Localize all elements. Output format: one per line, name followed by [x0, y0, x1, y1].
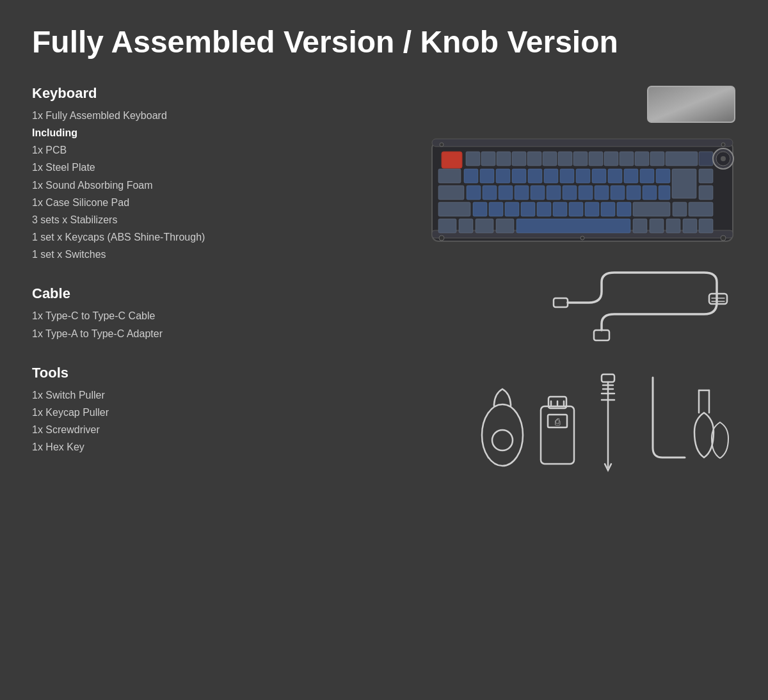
svg-rect-55: [473, 202, 487, 216]
svg-rect-4: [442, 152, 462, 168]
svg-rect-6: [481, 152, 495, 166]
svg-rect-65: [633, 202, 670, 216]
svg-rect-86: [709, 294, 727, 304]
svg-rect-53: [699, 186, 713, 200]
svg-rect-12: [573, 152, 588, 166]
svg-rect-38: [699, 169, 713, 183]
svg-rect-75: [666, 219, 680, 233]
svg-rect-76: [683, 219, 697, 233]
svg-rect-29: [544, 169, 558, 183]
svg-rect-45: [547, 186, 561, 200]
keyboard-item-5: 1x Case Silicone Pad: [32, 194, 288, 211]
svg-rect-71: [496, 219, 514, 233]
svg-rect-73: [633, 219, 647, 233]
main-container: Fully Assembled Version / Knob Version K…: [0, 0, 768, 505]
cable-item-1: 1x Type-A to Type-C Adapter: [32, 325, 288, 342]
svg-rect-16: [635, 152, 649, 166]
svg-rect-40: [467, 186, 481, 200]
svg-rect-72: [516, 219, 630, 233]
svg-rect-32: [592, 169, 606, 183]
keyboard-illustration: [429, 129, 736, 250]
svg-text:⎙: ⎙: [555, 417, 561, 427]
svg-rect-8: [512, 152, 526, 166]
svg-rect-9: [527, 152, 541, 166]
keyboard-item-7: 1 set x Keycaps (ABS Shine-Through): [32, 228, 288, 246]
svg-rect-35: [640, 169, 654, 183]
tools-item-1: 1x Keycap Puller: [32, 404, 288, 421]
svg-rect-69: [459, 219, 473, 233]
svg-rect-74: [650, 219, 664, 233]
svg-rect-42: [499, 186, 513, 200]
svg-point-22: [721, 156, 726, 161]
tools-heading: Tools: [32, 365, 288, 381]
keyboard-item-0: 1x Fully Assembled Keyboard: [32, 107, 288, 124]
svg-rect-15: [620, 152, 634, 166]
cable-section: Cable 1x Type-C to Type-C Cable 1x Type-…: [32, 285, 288, 342]
svg-rect-66: [673, 202, 687, 216]
right-column: ⎙: [301, 85, 736, 479]
svg-rect-51: [643, 186, 657, 200]
cable-illustration: [550, 269, 730, 349]
keyboard-heading: Keyboard: [32, 85, 288, 102]
svg-rect-48: [595, 186, 609, 200]
svg-rect-58: [521, 202, 535, 216]
svg-rect-10: [543, 152, 557, 166]
svg-rect-33: [608, 169, 622, 183]
svg-rect-14: [604, 152, 618, 166]
svg-rect-50: [627, 186, 641, 200]
svg-rect-68: [438, 219, 456, 233]
svg-rect-52: [659, 186, 670, 200]
tools-item-3: 1x Hex Key: [32, 438, 288, 456]
svg-rect-26: [496, 169, 510, 183]
svg-rect-17: [650, 152, 664, 166]
keycap-swatch: [646, 85, 736, 126]
keyboard-item-6: 3 sets x Stabilizers: [32, 211, 288, 228]
svg-rect-25: [480, 169, 494, 183]
svg-rect-57: [505, 202, 519, 216]
cable-item-0: 1x Type-C to Type-C Cable: [32, 307, 288, 324]
svg-rect-64: [617, 202, 631, 216]
svg-rect-11: [558, 152, 572, 166]
svg-rect-27: [512, 169, 526, 183]
svg-point-82: [721, 143, 725, 147]
svg-point-90: [492, 430, 513, 450]
svg-rect-24: [464, 169, 478, 183]
svg-rect-47: [579, 186, 593, 200]
left-column: Keyboard 1x Fully Assembled Keyboard Inc…: [32, 85, 301, 479]
svg-rect-30: [560, 169, 574, 183]
svg-point-80: [721, 235, 726, 241]
svg-point-79: [439, 235, 444, 241]
svg-rect-67: [689, 202, 713, 216]
svg-rect-49: [611, 186, 625, 200]
svg-rect-77: [699, 219, 713, 233]
svg-rect-54: [438, 202, 470, 216]
svg-rect-62: [585, 202, 599, 216]
svg-rect-43: [515, 186, 529, 200]
keyboard-item-3: 1x Steel Plate: [32, 159, 288, 176]
svg-rect-19: [699, 152, 713, 166]
page-title: Fully Assembled Version / Knob Version: [32, 26, 736, 60]
svg-rect-61: [569, 202, 583, 216]
svg-rect-85: [594, 330, 609, 340]
svg-rect-5: [466, 152, 480, 166]
svg-rect-46: [563, 186, 577, 200]
tools-illustration: ⎙: [467, 358, 736, 479]
keyboard-item-4: 1x Sound Absorbing Foam: [32, 177, 288, 194]
svg-point-83: [580, 236, 584, 240]
cable-heading: Cable: [32, 285, 288, 302]
svg-rect-2: [432, 139, 733, 147]
svg-rect-70: [476, 219, 493, 233]
svg-rect-34: [624, 169, 638, 183]
svg-rect-44: [531, 186, 545, 200]
svg-rect-59: [537, 202, 551, 216]
svg-rect-13: [589, 152, 603, 166]
svg-rect-100: [602, 374, 614, 382]
tools-item-2: 1x Screwdriver: [32, 421, 288, 438]
svg-rect-23: [438, 169, 461, 183]
svg-rect-63: [601, 202, 615, 216]
svg-rect-39: [438, 186, 464, 200]
svg-rect-56: [489, 202, 503, 216]
svg-rect-36: [656, 169, 670, 183]
svg-rect-31: [576, 169, 590, 183]
svg-point-81: [440, 143, 444, 147]
